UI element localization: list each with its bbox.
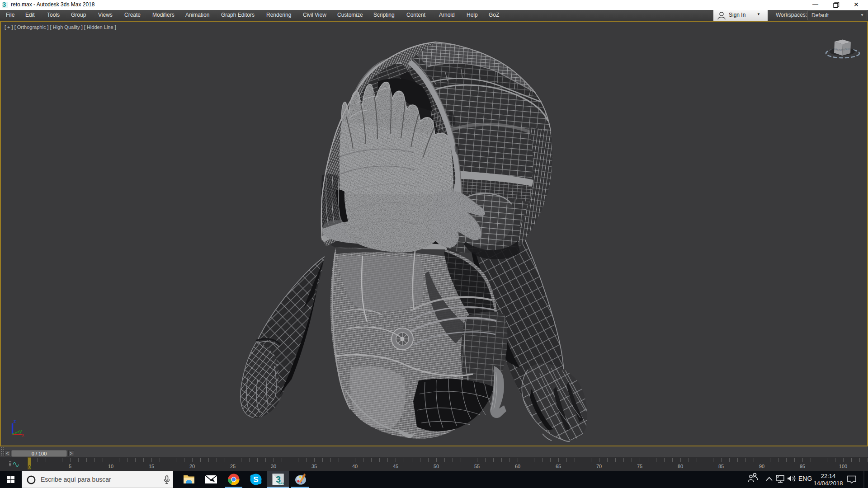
- svg-text:x: x: [22, 432, 24, 437]
- svg-text:22:14: 22:14: [821, 473, 836, 479]
- svg-text:MAX: MAX: [278, 482, 284, 485]
- svg-text:y: y: [19, 428, 22, 434]
- svg-text:ENG: ENG: [798, 475, 812, 482]
- svg-text:z: z: [14, 418, 16, 424]
- svg-text:S: S: [253, 475, 258, 484]
- svg-text:14/04/2018: 14/04/2018: [813, 480, 843, 487]
